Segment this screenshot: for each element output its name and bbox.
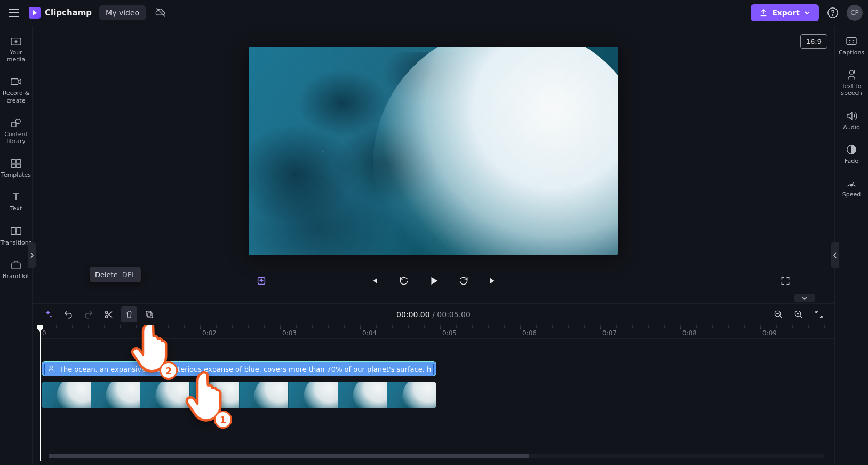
ruler-tick: 0:02 — [202, 329, 217, 337]
sidebar-item-label: Fade — [845, 157, 858, 164]
sidebar-item-content-library[interactable]: Content library — [0, 113, 32, 151]
duplicate-button[interactable] — [141, 306, 157, 322]
scrollbar-thumb[interactable] — [49, 454, 529, 458]
svg-rect-3 — [11, 79, 18, 85]
sidebar-item-label: Audio — [843, 124, 859, 131]
sidebar-item-label: Content library — [0, 131, 32, 145]
right-rail-expand[interactable] — [831, 242, 839, 268]
ruler-tick: 0 — [42, 329, 46, 337]
sidebar-item-audio[interactable]: Audio — [835, 107, 868, 136]
export-button[interactable]: Export — [751, 4, 819, 21]
app-header: Clipchamp My video Export CP — [0, 0, 868, 26]
collapse-timeline-row — [33, 293, 834, 303]
sidebar-item-templates[interactable]: Templates — [0, 153, 32, 185]
left-rail: Your media Record & create Content libra… — [0, 26, 33, 465]
sidebar-item-label: Record & create — [0, 90, 32, 104]
speedometer-icon — [846, 177, 857, 189]
split-button[interactable] — [101, 306, 117, 322]
ruler-tick: 0:03 — [282, 329, 297, 337]
sidebar-item-record-create[interactable]: Record & create — [0, 72, 32, 110]
preview-area — [33, 26, 834, 257]
svg-rect-4 — [12, 122, 16, 127]
transport-bar — [33, 269, 834, 293]
aspect-ratio-chip[interactable]: 16:9 — [800, 34, 827, 49]
fit-timeline-button[interactable] — [811, 306, 827, 322]
svg-point-1 — [832, 15, 833, 15]
svg-rect-9 — [17, 164, 20, 167]
timeline-toolbar: 00:00.00 / 00:05.00 — [33, 303, 834, 325]
timeline-scrollbar[interactable] — [49, 454, 824, 458]
help-button[interactable] — [823, 3, 842, 22]
timeline[interactable]: 0 0:02 0:03 0:04 0:05 0:06 0:07 0:08 0:0… — [33, 325, 834, 461]
svg-rect-7 — [17, 160, 20, 163]
brand-kit-icon — [10, 259, 22, 271]
collapse-timeline-button[interactable] — [794, 294, 815, 302]
fullscreen-button[interactable] — [778, 273, 793, 288]
cloud-sync-off-icon[interactable] — [155, 7, 166, 19]
annotation-badge: 1 — [214, 411, 232, 429]
templates-icon — [10, 157, 22, 169]
menu-button[interactable] — [3, 2, 25, 23]
sidebar-item-transitions[interactable]: Transitions — [0, 221, 32, 253]
zoom-in-button[interactable] — [791, 306, 807, 322]
transitions-icon — [10, 225, 22, 237]
undo-button[interactable] — [60, 306, 76, 322]
tooltip-kbd: DEL — [122, 271, 136, 279]
sidebar-item-captions[interactable]: Captions — [835, 32, 868, 61]
sidebar-item-your-media[interactable]: Your media — [0, 31, 32, 69]
project-name-input[interactable]: My video — [99, 5, 146, 20]
tts-clip-text: The ocean, an expansive and mysterious e… — [59, 365, 431, 373]
sidebar-item-text[interactable]: Text — [0, 187, 32, 218]
forward-10-button[interactable] — [456, 273, 471, 288]
captions-icon — [846, 35, 857, 47]
time-total: 00:05.00 — [437, 310, 471, 319]
annotation-hand-2: 2 — [129, 325, 177, 379]
delete-button[interactable] — [121, 306, 137, 322]
tts-audio-clip[interactable]: The ocean, an expansive and mysterious e… — [42, 361, 436, 376]
shapes-icon — [10, 117, 22, 129]
fade-icon — [846, 144, 857, 155]
annotation-hand-1: 1 — [183, 369, 231, 428]
sidebar-item-label: Brand kit — [3, 273, 29, 280]
svg-rect-16 — [148, 313, 153, 318]
playhead[interactable] — [40, 325, 41, 461]
skip-start-button[interactable] — [367, 273, 381, 288]
center-column: 16:9 — [33, 26, 834, 465]
video-clip[interactable] — [42, 382, 436, 408]
rewind-10-button[interactable] — [396, 273, 411, 288]
video-preview[interactable] — [249, 47, 618, 255]
ruler-tick: 0:06 — [522, 329, 537, 337]
sidebar-item-fade[interactable]: Fade — [835, 140, 868, 170]
avatar-initials: CP — [850, 9, 859, 17]
time-current: 00:00.00 — [396, 310, 430, 319]
zoom-out-button[interactable] — [770, 306, 786, 322]
sidebar-item-label: Your media — [0, 49, 32, 63]
play-button[interactable] — [426, 273, 441, 288]
ai-magic-button[interactable] — [40, 306, 56, 322]
sidebar-item-label: Text to speech — [835, 83, 868, 97]
skip-end-button[interactable] — [486, 273, 501, 288]
redo-button[interactable] — [81, 306, 97, 322]
sidebar-item-label: Templates — [1, 171, 31, 178]
sidebar-item-speed[interactable]: Speed — [835, 174, 868, 203]
clip-handle-left[interactable] — [43, 363, 46, 375]
ai-sparkle-icon[interactable] — [254, 273, 269, 288]
sidebar-item-label: Transitions — [1, 239, 32, 246]
camcorder-icon — [10, 76, 22, 88]
app-logo: Clipchamp — [29, 7, 92, 19]
svg-rect-12 — [12, 263, 20, 269]
time-display: 00:00.00 / 00:05.00 — [396, 310, 471, 319]
export-label: Export — [772, 9, 800, 17]
tts-icon — [846, 69, 857, 81]
svg-rect-6 — [12, 160, 15, 163]
svg-rect-10 — [11, 227, 15, 234]
avatar[interactable]: CP — [847, 5, 863, 21]
sidebar-item-brand-kit[interactable]: Brand kit — [0, 255, 32, 286]
sidebar-item-tts[interactable]: Text to speech — [835, 66, 868, 102]
clip-handle-right[interactable] — [432, 363, 435, 375]
sidebar-item-label: Text — [10, 205, 22, 212]
sidebar-item-label: Speed — [842, 191, 861, 198]
main-row: Your media Record & create Content libra… — [0, 26, 868, 465]
annotation-badge: 2 — [160, 361, 178, 380]
left-rail-expand[interactable] — [28, 242, 36, 268]
